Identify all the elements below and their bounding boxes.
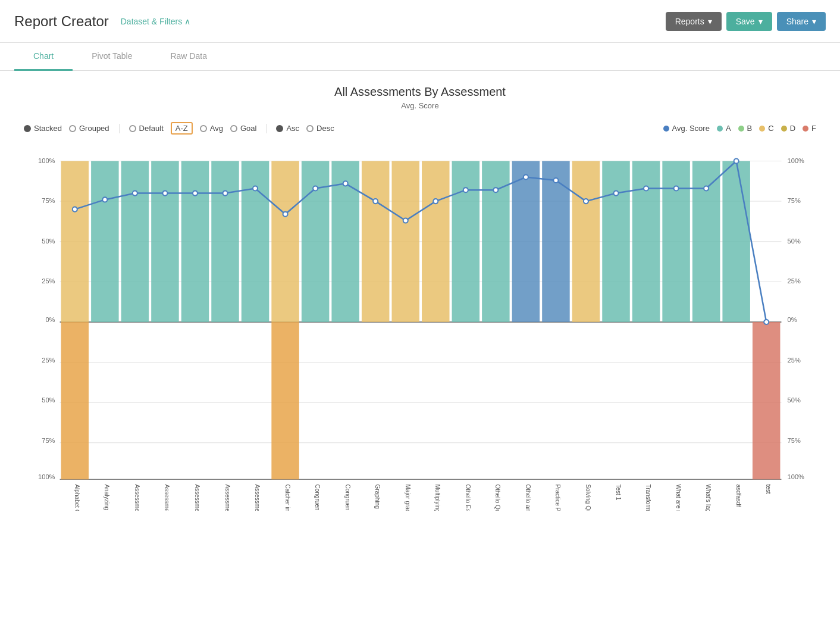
svg-text:75%: 75% — [42, 437, 55, 444]
d-dot — [781, 126, 787, 132]
svg-text:Major grade 1: Major grade 1 — [405, 484, 411, 511]
svg-rect-40 — [391, 161, 419, 322]
svg-text:Congruence Homework: Congruence Homework — [314, 484, 321, 511]
share-button[interactable]: Share ▾ — [777, 12, 826, 31]
chart-subtitle: Avg. Score — [24, 101, 816, 110]
svg-rect-30 — [91, 161, 119, 322]
svg-point-68 — [433, 199, 438, 204]
separator-1 — [119, 124, 120, 133]
svg-text:Othello Quiz: Othello Quiz — [494, 484, 501, 511]
svg-text:Transformations: Transformations — [645, 484, 651, 511]
stacked-label: Stacked — [34, 124, 62, 133]
stacked-option[interactable]: Stacked — [24, 124, 62, 133]
svg-text:Assessment Day 5: Assessment Day 5 — [254, 484, 261, 511]
asc-radio — [276, 125, 283, 132]
header-actions: Reports ▾ Save ▾ Share ▾ — [666, 12, 826, 31]
desc-label: Desc — [316, 124, 334, 133]
svg-text:Multiplying Polynomials: Multiplying Polynomials — [434, 484, 441, 511]
grouped-option[interactable]: Grouped — [69, 124, 109, 133]
svg-text:Othello and Desdemona: Othello and Desdemona — [525, 484, 531, 511]
goal-option[interactable]: Goal — [230, 124, 256, 133]
svg-text:100%: 100% — [788, 157, 805, 164]
svg-text:75%: 75% — [788, 197, 801, 204]
svg-point-56 — [73, 207, 77, 212]
svg-text:Congruence Quiz: Congruence Quiz — [344, 484, 351, 511]
az-button[interactable]: A-Z — [171, 122, 193, 135]
svg-text:Analyzing Single Variable Func: Analyzing Single Variable Functions — [104, 484, 110, 511]
avg-option[interactable]: Avg — [200, 124, 223, 133]
svg-text:Graphing Logarithmic Functions: Graphing Logarithmic Functions — [374, 484, 381, 511]
legend-a: A — [717, 124, 731, 133]
svg-text:75%: 75% — [788, 437, 801, 444]
svg-rect-37 — [302, 161, 330, 322]
save-chevron-icon: ▾ — [758, 17, 763, 26]
svg-rect-31 — [121, 161, 149, 322]
svg-point-75 — [644, 186, 648, 190]
legend-d: D — [781, 124, 795, 133]
sort-controls: Default A-Z Avg Goal — [129, 122, 257, 135]
svg-rect-42 — [452, 161, 480, 322]
avg-radio — [200, 125, 207, 132]
svg-text:Test 1: Test 1 — [615, 484, 622, 500]
tab-raw-data[interactable]: Raw Data — [151, 43, 225, 71]
svg-text:asdfasdf: asdfasdf — [735, 484, 742, 507]
asc-option[interactable]: Asc — [276, 124, 299, 133]
default-option[interactable]: Default — [129, 124, 164, 133]
tab-pivot-table[interactable]: Pivot Table — [73, 43, 151, 71]
a-dot — [717, 126, 723, 132]
svg-text:Assessment Day 4: Assessment Day 4 — [224, 484, 231, 511]
bars-upper — [61, 161, 750, 322]
svg-rect-48 — [632, 161, 660, 322]
svg-text:75%: 75% — [42, 197, 55, 204]
svg-text:50%: 50% — [788, 238, 801, 245]
stacked-radio — [24, 125, 31, 132]
svg-rect-41 — [422, 161, 450, 322]
svg-point-70 — [493, 188, 498, 192]
svg-text:Assessment Day 3: Assessment Day 3 — [194, 484, 200, 511]
svg-text:100%: 100% — [38, 157, 55, 164]
svg-text:25%: 25% — [42, 277, 55, 285]
stack-group-controls: Stacked Grouped — [24, 124, 109, 133]
c-dot — [759, 126, 765, 132]
svg-point-67 — [403, 218, 408, 223]
save-button[interactable]: Save ▾ — [726, 12, 772, 31]
legend-b: B — [738, 124, 753, 133]
svg-point-58 — [133, 191, 137, 196]
tab-chart[interactable]: Chart — [14, 43, 73, 71]
reports-chevron-icon: ▾ — [708, 17, 712, 26]
svg-text:25%: 25% — [788, 277, 801, 285]
svg-rect-39 — [362, 161, 390, 322]
svg-point-69 — [463, 188, 468, 192]
goal-radio — [230, 125, 237, 132]
default-label: Default — [139, 124, 164, 133]
svg-point-65 — [343, 181, 348, 186]
desc-option[interactable]: Desc — [306, 124, 334, 133]
app-title: Report Creator — [14, 13, 109, 30]
dataset-filters-button[interactable]: Dataset & Filters ∧ — [121, 17, 190, 26]
order-controls: Asc Desc — [276, 124, 334, 133]
svg-text:50%: 50% — [42, 238, 55, 245]
svg-rect-1 — [60, 326, 781, 488]
svg-point-66 — [373, 199, 378, 204]
svg-point-72 — [553, 178, 558, 183]
svg-text:What are radians? Exploration : What are radians? Exploration Assignment — [675, 484, 682, 511]
svg-rect-51 — [722, 161, 750, 322]
svg-rect-54 — [271, 322, 299, 479]
grouped-label: Grouped — [79, 124, 109, 133]
svg-rect-32 — [151, 161, 179, 322]
svg-point-63 — [283, 212, 288, 217]
svg-rect-47 — [602, 161, 630, 322]
svg-text:0%: 0% — [788, 316, 797, 323]
svg-text:100%: 100% — [788, 473, 805, 480]
svg-point-57 — [102, 197, 107, 202]
tab-bar: Chart Pivot Table Raw Data — [0, 43, 840, 71]
svg-point-78 — [734, 158, 739, 163]
chart-title: All Assessments By Assessment — [24, 85, 816, 99]
reports-button[interactable]: Reports ▾ — [666, 12, 722, 31]
az-option[interactable]: A-Z — [171, 122, 193, 135]
f-dot — [803, 126, 808, 132]
b-dot — [738, 126, 744, 132]
svg-rect-44 — [512, 161, 540, 322]
grouped-radio — [69, 125, 76, 132]
desc-radio — [306, 125, 314, 132]
